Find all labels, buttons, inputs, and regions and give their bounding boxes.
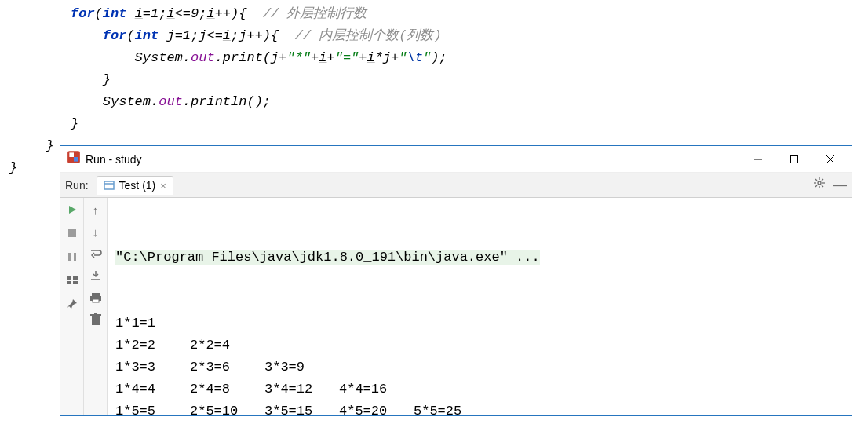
print-icon[interactable]	[89, 291, 103, 305]
window-minimize-button[interactable]	[740, 147, 776, 172]
table-cell: 1*1=1	[115, 313, 190, 334]
up-icon[interactable]: ↑	[89, 203, 103, 217]
table-cell: 3*5=15	[264, 400, 339, 415]
svg-rect-2	[74, 157, 78, 162]
soft-wrap-icon[interactable]	[89, 247, 103, 261]
table-cell: 4*5=20	[339, 400, 414, 415]
tab-test[interactable]: Test (1) ×	[97, 176, 173, 195]
table-cell: 4*4=16	[339, 378, 414, 400]
table-cell: 5*5=25	[414, 400, 488, 415]
trash-icon[interactable]	[89, 313, 103, 327]
code-line: for(int j=1;j<=i;j++){ // 内层控制个数(列数)	[71, 25, 868, 47]
down-icon[interactable]: ↓	[89, 225, 103, 239]
code-line: for(int i=1;i<=9;i++){ // 外层控制行数	[71, 3, 868, 25]
svg-rect-25	[73, 281, 78, 284]
svg-rect-21	[74, 253, 76, 261]
svg-rect-24	[67, 281, 71, 284]
run-config-icon	[104, 180, 115, 191]
hide-icon[interactable]: —	[833, 177, 847, 193]
svg-rect-22	[67, 276, 71, 280]
svg-rect-27	[92, 293, 100, 296]
table-cell: 1*4=4	[115, 378, 190, 400]
window-close-button[interactable]	[812, 147, 848, 172]
scroll-to-end-icon[interactable]	[89, 269, 103, 283]
run-icon[interactable]	[65, 203, 79, 217]
pin-icon[interactable]	[65, 297, 79, 311]
table-cell: 2*3=6	[190, 356, 264, 378]
window-title: Run - study	[86, 153, 740, 166]
code-line: }	[71, 113, 868, 135]
dump-icon[interactable]	[65, 273, 79, 287]
app-icon	[67, 150, 86, 168]
tab-close-icon[interactable]: ×	[160, 180, 166, 192]
svg-line-16	[815, 185, 817, 187]
tabbar: Run: Test (1) × —	[60, 173, 852, 198]
titlebar[interactable]: Run - study	[60, 146, 852, 173]
tab-label: Test (1)	[119, 179, 156, 192]
command-line: "C:\Program Files\java\jdk1.8.0_191\bin\…	[115, 250, 540, 265]
table-cell: 2*2=4	[190, 334, 264, 356]
svg-rect-19	[68, 229, 76, 237]
svg-rect-32	[94, 313, 97, 315]
toolbar-column-2: ↑ ↓	[84, 198, 108, 415]
svg-line-14	[815, 179, 817, 181]
svg-line-15	[822, 185, 823, 187]
table-cell: 1*2=2	[115, 334, 190, 356]
console-output[interactable]: "C:\Program Files\java\jdk1.8.0_191\bin\…	[108, 198, 852, 415]
toolbar-column-1	[60, 198, 84, 415]
code-line: System.out.println();	[71, 91, 868, 113]
table-cell: 2*5=10	[190, 400, 264, 415]
svg-point-9	[818, 181, 821, 185]
table-cell: 2*4=8	[190, 378, 264, 400]
table-cell: 1*3=3	[115, 356, 190, 378]
multiplication-table: 1*1=11*2=22*2=41*3=32*3=63*3=91*4=42*4=8…	[115, 313, 844, 415]
svg-rect-7	[104, 181, 114, 189]
svg-rect-29	[93, 299, 99, 302]
svg-rect-30	[92, 316, 100, 325]
table-cell: 3*4=12	[264, 378, 339, 400]
run-tool-window: Run - study Run: Test (1) × —	[60, 145, 852, 416]
svg-rect-1	[69, 152, 74, 157]
svg-rect-23	[73, 276, 78, 280]
svg-line-17	[822, 179, 823, 181]
table-cell: 1*5=5	[115, 400, 190, 415]
gear-icon[interactable]	[813, 177, 826, 193]
code-line: }	[71, 69, 868, 91]
svg-rect-4	[791, 155, 798, 163]
window-maximize-button[interactable]	[776, 147, 812, 172]
code-line: System.out.print(j+"*"+i+"="+i*j+"\t");	[71, 47, 868, 69]
run-label: Run:	[65, 179, 89, 192]
svg-marker-18	[69, 206, 76, 214]
pause-icon[interactable]	[65, 250, 79, 264]
stop-icon[interactable]	[65, 226, 79, 240]
svg-rect-20	[68, 253, 71, 261]
table-cell: 3*3=9	[264, 356, 339, 378]
